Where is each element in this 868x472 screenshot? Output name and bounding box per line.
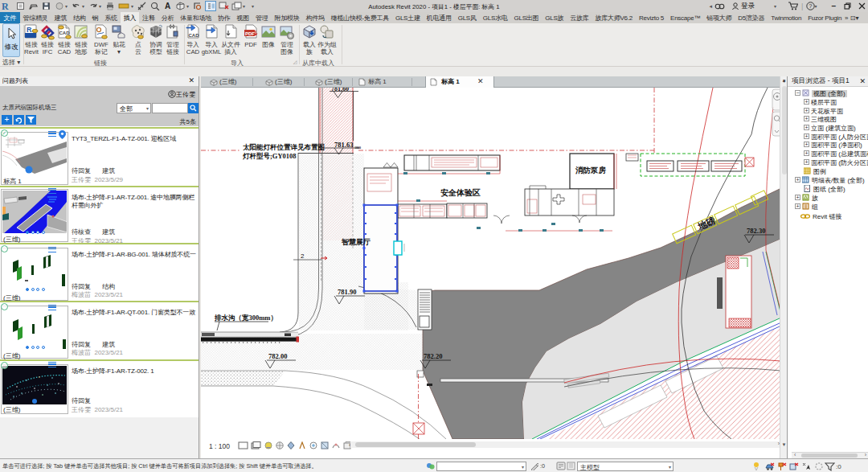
svg-text:PDF: PDF — [245, 31, 255, 36]
svg-text:消防泵房: 消防泵房 — [575, 166, 607, 174]
svg-text:CAD: CAD — [189, 33, 200, 38]
svg-text:灯杆型号;GY0108: 灯杆型号;GY0108 — [242, 152, 297, 160]
svg-text:782.00: 782.00 — [268, 352, 287, 360]
svg-text:R: R — [27, 26, 32, 34]
svg-text:1800: 1800 — [354, 146, 361, 150]
svg-text:781.90: 781.90 — [338, 288, 356, 296]
svg-text:太阳能灯杆位置详见布置图: 太阳能灯杆位置详见布置图 — [243, 143, 325, 151]
svg-text:782.30: 782.30 — [747, 227, 765, 235]
svg-text:2: 2 — [301, 252, 305, 260]
svg-text:安全体验区: 安全体验区 — [440, 188, 481, 197]
svg-text:782.20: 782.20 — [424, 352, 442, 360]
svg-text:智慧展厅: 智慧展厅 — [341, 238, 371, 246]
svg-text:排水沟（宽300mm）: 排水沟（宽300mm） — [214, 314, 277, 322]
svg-text:781.63: 781.63 — [334, 141, 353, 149]
svg-text:CAD: CAD — [59, 31, 71, 35]
svg-text:R: R — [2, 2, 9, 11]
svg-text:?: ? — [809, 2, 813, 10]
